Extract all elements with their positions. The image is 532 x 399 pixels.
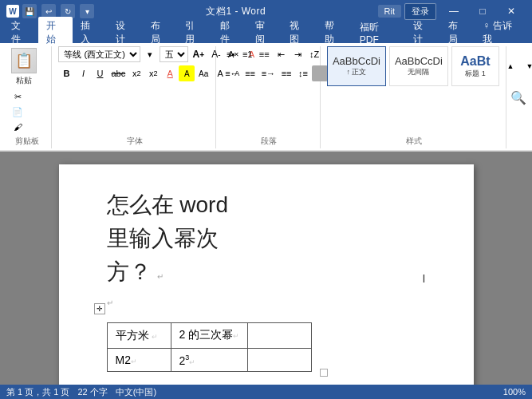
indent-increase[interactable]: ⇥ <box>290 46 305 62</box>
menu-insert[interactable]: 插入 <box>73 17 108 49</box>
ribbon: 📋 粘贴 ✂ 📄 🖌 剪贴板 等线 (西文正文) ▾ <box>0 43 532 152</box>
cell-mark1: ↵ <box>152 333 158 341</box>
menu-review[interactable]: 审阅 <box>247 17 282 49</box>
menu-home[interactable]: 开始 <box>38 17 73 49</box>
style-normal-label: ↑ 正文 <box>346 67 366 77</box>
cell-mark2: ↵ <box>233 332 239 340</box>
styles-scroll-down[interactable]: ▼ <box>522 58 532 74</box>
share-btn[interactable]: Rit <box>378 5 401 18</box>
menu-view[interactable]: 视图 <box>282 17 317 49</box>
table-cell-r1c3-extra <box>248 323 312 349</box>
clipboard-group: 📋 粘贴 ✂ 📄 🖌 剪贴板 <box>3 46 52 148</box>
paste-icon: 📋 <box>11 48 37 73</box>
para-mark1: ↵ <box>157 272 164 281</box>
menu-file[interactable]: 文件 <box>3 17 38 49</box>
page: 怎么在 word 里输入幂次 方？ ↵ ↵ ✛ 平方米 ↵ 2 的三次幂↵ <box>59 164 474 399</box>
styles-gallery: AaBbCcDi ↑ 正文 AaBbCcDi 无间隔 AaBt 标题 1 ▲ ▼… <box>327 46 532 86</box>
word-icon: W <box>6 5 19 18</box>
menu-references[interactable]: 引用 <box>177 17 212 49</box>
style-normal[interactable]: AaBbCcDi ↑ 正文 <box>327 46 386 86</box>
doc-table: 平方米 ↵ 2 的三次幂↵ M2↵ 23↵ <box>107 322 313 372</box>
para-mark2: ↵ <box>107 298 113 307</box>
table-cell-r2c2[interactable]: 23↵ <box>171 348 248 372</box>
table-cell-r2c1[interactable]: M2↵ <box>107 348 171 372</box>
cut-btn[interactable]: ✂ <box>10 89 26 104</box>
status-zoom: 100% <box>503 387 526 397</box>
menu-design2[interactable]: 设计 <box>405 17 440 49</box>
font-content: 等线 (西文正文) ▾ 五号 A+ A- A✕ A B I U abc x <box>58 46 211 134</box>
bullets-btn[interactable]: ≡• <box>223 46 238 62</box>
empty-para: ↵ <box>107 297 426 310</box>
subscript-btn[interactable]: x2 <box>128 65 144 81</box>
styles-group: AaBbCcDi ↑ 正文 AaBbCcDi 无间隔 AaBt 标题 1 ▲ ▼… <box>322 46 506 148</box>
status-lang: 中文(中国) <box>116 386 156 398</box>
multilevel-btn[interactable]: ≡≡ <box>256 46 272 62</box>
font-name-select[interactable]: 等线 (西文正文) <box>58 46 140 62</box>
font-color-btn[interactable]: A <box>162 65 178 81</box>
strikethrough-btn[interactable]: abc <box>108 65 128 81</box>
style-heading1-preview: AaBt <box>460 54 490 69</box>
font-name-dropdown[interactable]: ▾ <box>142 46 158 62</box>
style-heading1-label: 标题 1 <box>465 69 486 79</box>
heading-line1: 怎么在 word <box>107 192 228 217</box>
style-normal-preview: AaBbCcDi <box>333 55 380 67</box>
status-words: 22 个字 <box>77 386 107 398</box>
font-size-select[interactable]: 五号 <box>160 46 188 62</box>
align-right-btn[interactable]: ≡→ <box>259 65 278 81</box>
format-painter-btn[interactable]: 🖌 <box>10 120 26 134</box>
menu-help[interactable]: 帮助 <box>317 17 352 49</box>
table-cell-r2c3-extra <box>248 348 312 372</box>
cell-mark3: ↵ <box>131 358 137 365</box>
style-no-spacing[interactable]: AaBbCcDi 无间隔 <box>389 46 448 86</box>
sort-btn[interactable]: ↕Z <box>306 46 322 62</box>
menu-layout[interactable]: 布局 <box>143 17 178 49</box>
search-icon-btn[interactable]: 🔍 <box>508 89 529 105</box>
clipboard-small-btns: ✂ 📄 🖌 <box>10 89 26 134</box>
style-heading1[interactable]: AaBt 标题 1 <box>451 46 499 86</box>
para-content: ≡• ≡1 ≡≡ ⇤ ⇥ ↕Z ¶ ≡← ≡≡ ≡→ ≡≡ ↕≡ ⊞ <box>223 46 315 134</box>
menu-design[interactable]: 设计 <box>108 17 143 49</box>
table-row-1: 平方米 ↵ 2 的三次幂↵ <box>107 323 312 349</box>
justify-btn[interactable]: ≡≡ <box>278 65 294 81</box>
heading-text[interactable]: 怎么在 word 里输入幂次 方？ ↵ <box>107 188 426 289</box>
style-nospacing-label: 无间隔 <box>408 67 429 77</box>
table-row-2: M2↵ 23↵ <box>107 348 312 372</box>
heading-line3: 方？ <box>107 259 152 284</box>
styles-scroll-up[interactable]: ▲ <box>502 58 518 74</box>
copy-btn[interactable]: 📄 <box>10 105 26 119</box>
underline-btn[interactable]: U <box>92 65 108 81</box>
bold-btn[interactable]: B <box>58 65 74 81</box>
paste-label: 粘贴 <box>16 75 32 86</box>
table-cell-r1c1[interactable]: 平方米 ↵ <box>107 323 171 349</box>
menu-foxitpdf[interactable]: 福昕PDF <box>352 18 405 48</box>
italic-btn[interactable]: I <box>75 65 91 81</box>
align-center-btn[interactable]: ≡≡ <box>242 65 258 81</box>
indent-decrease[interactable]: ⇤ <box>273 46 289 62</box>
numbering-btn[interactable]: ≡1 <box>239 46 255 62</box>
font-aa-btn[interactable]: Aa <box>195 65 211 81</box>
cell-mark4: ↵ <box>189 358 195 365</box>
font-format-row: B I U abc x2 x2 A A Aa A A <box>58 65 245 81</box>
doc-area: 怎么在 word 里输入幂次 方？ ↵ ↵ ✛ 平方米 ↵ 2 的三次幂↵ <box>0 152 532 399</box>
paste-btn[interactable]: 📋 粘贴 <box>8 46 40 88</box>
menu-mailings[interactable]: 邮件 <box>212 17 247 49</box>
table-cell-r1c2[interactable]: 2 的三次幂↵ <box>171 323 248 349</box>
table-move-handle[interactable]: ✛ <box>94 303 105 314</box>
superscript-btn[interactable]: x2 <box>145 65 161 81</box>
align-left-btn[interactable]: ≡← <box>223 65 241 81</box>
paragraph-group: ≡• ≡1 ≡≡ ⇤ ⇥ ↕Z ¶ ≡← ≡≡ ≡→ ≡≡ ↕≡ ⊞ <box>218 46 321 148</box>
menu-bar: 文件 开始 插入 设计 布局 引用 邮件 审阅 视图 帮助 福昕PDF 设计 布… <box>0 22 532 43</box>
line-spacing-btn[interactable]: ↕≡ <box>295 65 311 81</box>
table-resize-handle[interactable] <box>320 369 328 377</box>
font-group: 等线 (西文正文) ▾ 五号 A+ A- A✕ A B I U abc x <box>53 46 216 148</box>
font-size-up[interactable]: A+ <box>190 46 207 62</box>
paragraph-label: 段落 <box>223 136 315 148</box>
status-page: 第 1 页，共 1 页 <box>6 386 69 398</box>
highlight-btn[interactable]: A <box>179 65 195 81</box>
table-container: ✛ 平方米 ↵ 2 的三次幂↵ M2↵ <box>107 316 313 372</box>
menu-tellme[interactable]: ♀ 告诉我 <box>475 17 529 49</box>
styles-content: AaBbCcDi ↑ 正文 AaBbCcDi 无间隔 AaBt 标题 1 ▲ ▼… <box>327 46 501 134</box>
menu-layout2[interactable]: 布局 <box>440 17 475 49</box>
styles-label: 样式 <box>327 136 501 148</box>
text-cursor[interactable]: I <box>423 272 426 285</box>
